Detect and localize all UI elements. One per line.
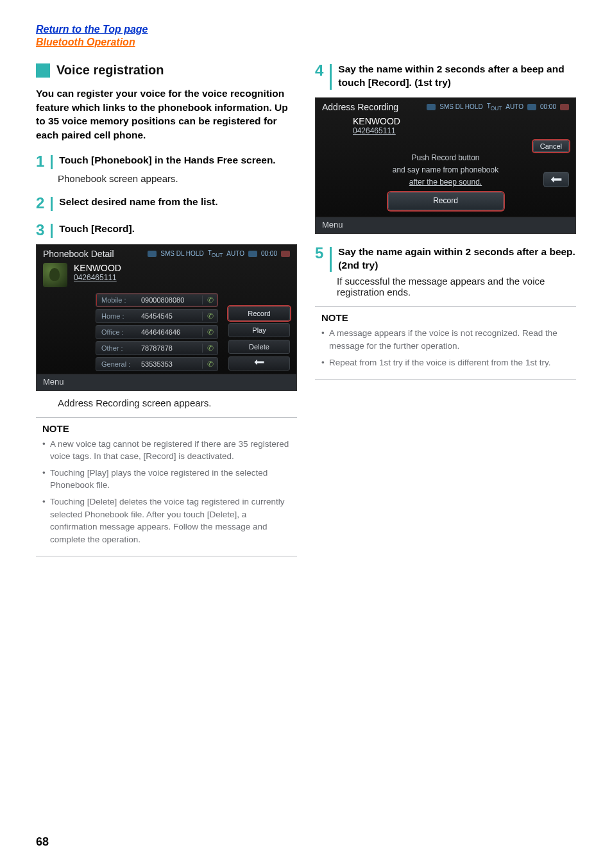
row-label: Home :: [96, 312, 141, 320]
signal-icon: [281, 251, 290, 257]
step-divider-icon: [330, 247, 332, 272]
note-title: NOTE: [321, 312, 570, 323]
delete-button[interactable]: Delete: [228, 340, 290, 354]
note-box-right: NOTE A message appears if the voice is n…: [315, 306, 576, 380]
clock-text: 00:00: [540, 103, 556, 110]
screen-title: Phonebook Detail: [43, 249, 114, 259]
back-arrow-icon: [253, 358, 265, 366]
row-value: 4646464646: [141, 328, 202, 336]
phonebook-detail-screenshot: Phonebook Detail SMS DL HOLD TOUT AUTO 0…: [36, 244, 297, 391]
avatar-icon: [43, 263, 67, 287]
step-text: Select desired name from the list.: [59, 196, 297, 209]
battery-icon: [527, 104, 536, 110]
step-number: 3: [36, 222, 44, 238]
step-subtext: Phonebook screen appears.: [58, 173, 297, 184]
record-button[interactable]: Record: [388, 192, 504, 210]
left-column: Voice registration You can register your…: [36, 63, 297, 556]
step-text: Touch [Phonebook] in the Hands Free scre…: [59, 154, 297, 167]
call-icon[interactable]: ✆: [202, 360, 217, 369]
back-arrow-icon: [550, 175, 563, 184]
step-2: 2 Select desired name from the list.: [36, 196, 297, 211]
status-auto: AUTO: [226, 250, 244, 257]
list-item[interactable]: General : 53535353 ✆: [96, 357, 218, 371]
status-text: SMS DL HOLD: [439, 103, 482, 110]
status-bar: SMS DL HOLD TOUT AUTO 00:00: [427, 103, 569, 112]
right-column: 4 Say the name within 2 seconds after a …: [315, 63, 576, 556]
row-value: 53535353: [141, 360, 202, 368]
row-label: General :: [96, 360, 141, 368]
step-number: 4: [315, 63, 323, 78]
status-text: SMS DL HOLD: [160, 250, 203, 257]
back-button[interactable]: [543, 172, 569, 187]
list-item[interactable]: Mobile : 09000808080 ✆: [96, 293, 218, 307]
note-title: NOTE: [42, 423, 291, 434]
note-item: A new voice tag cannot be registered if …: [42, 438, 291, 463]
row-value: 09000808080: [141, 296, 202, 304]
note-item: Touching [Play] plays the voice register…: [42, 467, 291, 492]
call-icon[interactable]: ✆: [202, 328, 217, 337]
entry-number: 0426465111: [353, 126, 400, 135]
call-icon[interactable]: ✆: [202, 296, 217, 305]
row-value: 45454545: [141, 312, 202, 320]
step-number: 5: [315, 246, 323, 261]
list-item[interactable]: Office : 4646464646 ✆: [96, 325, 218, 339]
row-label: Office :: [96, 328, 141, 336]
status-auto: AUTO: [506, 103, 523, 110]
section-heading: Voice registration: [36, 63, 297, 78]
section-link[interactable]: Bluetooth Operation: [36, 36, 576, 49]
status-tout-icon: TOUT: [487, 103, 502, 112]
phone-list: Mobile : 09000808080 ✆ Home : 45454545 ✆…: [66, 291, 225, 371]
section-title: Voice registration: [56, 63, 164, 78]
battery-icon: [248, 251, 257, 257]
menu-bar[interactable]: Menu: [316, 217, 575, 233]
section-lead: You can register your voice for the voic…: [36, 87, 297, 142]
instruction-line: and say name from phonebook: [322, 164, 569, 176]
status-bar: SMS DL HOLD TOUT AUTO 00:00: [148, 249, 290, 258]
header-links: Return to the Top page Bluetooth Operati…: [36, 23, 576, 49]
entry-name: KENWOOD: [353, 116, 400, 126]
entry-name: KENWOOD: [74, 263, 121, 273]
note-item: Repeat from 1st try if the voice is diff…: [321, 356, 570, 369]
list-item[interactable]: Home : 45454545 ✆: [96, 309, 218, 323]
step-3: 3 Touch [Record].: [36, 222, 297, 238]
call-icon[interactable]: ✆: [202, 312, 217, 321]
step-5: 5 Say the name again within 2 seconds af…: [315, 246, 576, 298]
instruction-line: Push Record button: [322, 152, 569, 164]
return-top-link[interactable]: Return to the Top page: [36, 23, 576, 36]
step-text: Touch [Record].: [59, 222, 297, 236]
row-value: 78787878: [141, 344, 202, 352]
call-icon[interactable]: ✆: [202, 344, 217, 353]
step-number: 1: [36, 154, 44, 169]
step-4: 4 Say the name within 2 seconds after a …: [315, 63, 576, 90]
note-item: Touching [Delete] deletes the voice tag …: [42, 496, 291, 546]
entry-number: 0426465111: [74, 273, 121, 282]
step-divider-icon: [330, 64, 332, 90]
sms-icon: [427, 104, 436, 110]
status-tout-icon: TOUT: [208, 249, 223, 258]
step-text: Say the name within 2 seconds after a be…: [338, 63, 576, 90]
play-button[interactable]: Play: [228, 323, 290, 337]
menu-bar[interactable]: Menu: [37, 374, 296, 390]
record-button[interactable]: Record: [228, 306, 290, 321]
row-label: Mobile :: [96, 296, 141, 304]
action-buttons: Record Play Delete: [228, 291, 290, 371]
step-number: 2: [36, 196, 44, 211]
cancel-button[interactable]: Cancel: [533, 140, 569, 152]
screen-title: Address Recording: [322, 102, 398, 112]
step-divider-icon: [51, 197, 53, 211]
instruction-line: after the beep sound.: [322, 176, 569, 188]
caption-text: Address Recording screen appears.: [58, 397, 297, 408]
sms-icon: [148, 251, 157, 257]
list-item[interactable]: Other : 78787878 ✆: [96, 341, 218, 355]
step-subtext: If successful the message appears and th…: [337, 276, 576, 297]
row-label: Other :: [96, 344, 141, 352]
step-divider-icon: [51, 224, 53, 238]
note-box-left: NOTE A new voice tag cannot be registere…: [36, 417, 297, 557]
back-button[interactable]: [228, 356, 290, 371]
step-1: 1 Touch [Phonebook] in the Hands Free sc…: [36, 154, 297, 184]
page-number: 68: [36, 835, 49, 849]
signal-icon: [560, 104, 569, 110]
note-item: A message appears if the voice is not re…: [321, 327, 570, 352]
section-bar-icon: [36, 63, 50, 78]
step-divider-icon: [51, 155, 53, 169]
